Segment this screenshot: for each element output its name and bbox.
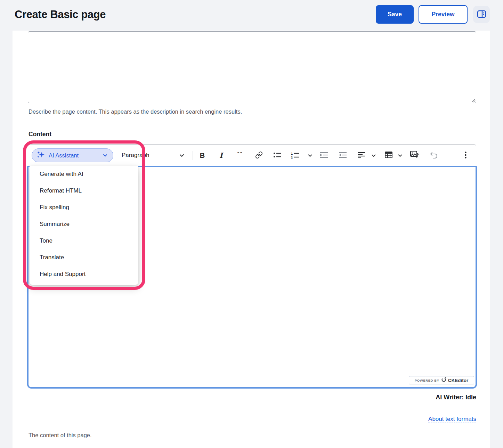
text-align-icon	[358, 152, 366, 159]
insert-table-chevron-icon[interactable]	[397, 154, 403, 158]
description-textarea[interactable]	[28, 31, 476, 103]
menu-item-help-and-support[interactable]: Help and Support	[30, 266, 138, 283]
ai-assistant-label: AI Assistant	[49, 152, 79, 159]
paragraph-style-label: Paragraph	[122, 152, 149, 159]
block-quote-icon: “	[237, 152, 244, 158]
ai-assistant-button[interactable]: AI Assistant	[32, 148, 113, 162]
insert-table-icon	[385, 152, 392, 160]
italic-icon: I	[219, 151, 222, 160]
chevron-down-icon	[179, 154, 184, 157]
text-align-button[interactable]	[355, 148, 369, 162]
toolbar-separator	[456, 151, 456, 160]
powered-by-ckeditor-badge[interactable]: POWERED BY CKEditor	[409, 376, 474, 384]
menu-item-reformat-html[interactable]: Reformat HTML	[30, 182, 138, 199]
outdent-icon	[339, 152, 347, 160]
undo-button[interactable]	[427, 148, 441, 162]
indent-button[interactable]	[317, 148, 331, 162]
more-options-button[interactable]	[459, 148, 472, 162]
content-field-label: Content	[29, 131, 51, 138]
bold-button[interactable]: B	[195, 148, 209, 162]
sparkles-icon	[36, 151, 45, 160]
ckeditor-brand-label: CKEditor	[448, 378, 469, 383]
link-icon	[255, 151, 263, 160]
insert-table-button[interactable]	[382, 148, 396, 162]
menu-item-summarize[interactable]: Summarize	[30, 216, 138, 233]
insert-media-icon	[410, 151, 419, 160]
menu-item-tone[interactable]: Tone	[30, 233, 138, 249]
ckeditor-logo-icon	[441, 377, 446, 384]
insert-media-button[interactable]	[408, 148, 422, 162]
italic-button[interactable]: I	[214, 148, 228, 162]
paragraph-style-dropdown[interactable]: Paragraph	[117, 148, 187, 163]
save-button[interactable]: Save	[376, 5, 414, 24]
powered-by-label: POWERED BY	[415, 378, 439, 382]
editor-toolbar: AI Assistant Paragraph B I “	[28, 144, 476, 166]
content-help-text: The content of this page.	[29, 432, 92, 439]
sidebar-panel-icon	[477, 10, 486, 19]
text-align-chevron-icon[interactable]	[371, 154, 376, 158]
chevron-down-icon	[103, 154, 107, 157]
numbered-list-button[interactable]: 1 2	[288, 148, 302, 162]
indent-icon	[320, 152, 328, 160]
create-basic-page-screen: Create Basic page Save Preview Describe …	[0, 0, 503, 448]
svg-text:1: 1	[291, 152, 293, 155]
description-help-text: Describe the page content. This appears …	[29, 108, 242, 115]
block-quote-button[interactable]: “	[233, 148, 247, 162]
page-title: Create Basic page	[15, 8, 106, 21]
bulleted-list-icon	[273, 152, 282, 160]
ai-writer-status: AI Writer: Idle	[436, 394, 476, 401]
numbered-list-icon: 1 2	[291, 152, 299, 160]
bulleted-list-button[interactable]	[270, 148, 284, 162]
more-options-icon	[465, 152, 467, 160]
undo-icon	[430, 152, 438, 160]
link-button[interactable]	[252, 148, 266, 162]
bold-icon: B	[200, 152, 205, 160]
ai-assistant-menu: Generate with AI Reformat HTML Fix spell…	[30, 166, 138, 285]
numbered-list-chevron-icon[interactable]	[307, 154, 313, 158]
outdent-button[interactable]	[336, 148, 350, 162]
menu-item-generate-with-ai[interactable]: Generate with AI	[30, 166, 138, 182]
sidebar-toggle-button[interactable]	[473, 6, 490, 23]
preview-button[interactable]: Preview	[419, 5, 468, 24]
toolbar-separator	[193, 151, 193, 160]
about-text-formats-link[interactable]: About text formats	[428, 416, 476, 423]
menu-item-translate[interactable]: Translate	[30, 249, 138, 266]
menu-item-fix-spelling[interactable]: Fix spelling	[30, 199, 138, 216]
svg-text:2: 2	[291, 155, 293, 158]
